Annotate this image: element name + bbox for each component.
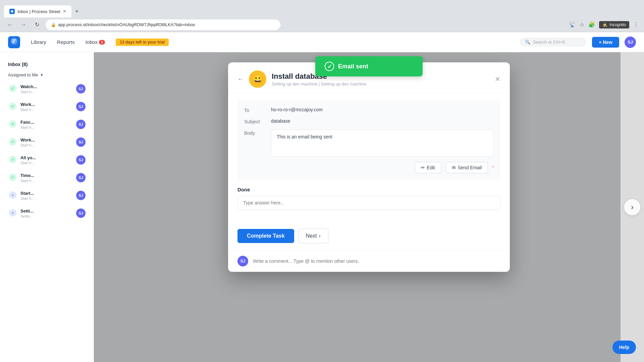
user-avatar[interactable]: SJ xyxy=(625,37,636,48)
nav-inbox: Inbox xyxy=(85,39,98,45)
new-tab-btn[interactable]: + xyxy=(72,7,82,16)
sidebar-item-0[interactable]: ✓ Watch... Start h... SJ xyxy=(0,80,94,98)
send-email-button[interactable]: ✉ Send Email xyxy=(445,162,488,173)
body-text: This is an email being sent xyxy=(277,134,332,139)
help-button[interactable]: Help xyxy=(612,341,636,354)
complete-task-button[interactable]: Complete Task xyxy=(237,229,294,243)
address-bar[interactable]: 🔒 app.process.st/inbox/checklist/vOAUbgR… xyxy=(46,19,280,30)
forward-nav-btn[interactable]: → xyxy=(19,20,28,29)
sidebar-item-content-3: Work... Start h... xyxy=(20,137,72,147)
cast-icon[interactable]: 📡 xyxy=(569,21,576,28)
modal-back-btn[interactable]: ← xyxy=(237,76,244,83)
sidebar-item-sub-1: Start h... xyxy=(20,108,72,112)
nav-library[interactable]: Library xyxy=(31,39,46,45)
reload-nav-btn[interactable]: ↻ xyxy=(32,20,42,29)
done-section: Done xyxy=(237,187,500,210)
sidebar-item-title-5: Time... xyxy=(20,173,72,178)
modal-subtitle: Setting up dev machine | Setting up dev … xyxy=(272,81,489,86)
nav-reports[interactable]: Reports xyxy=(57,39,75,45)
comment-section: SJ xyxy=(228,250,510,272)
tab-favicon xyxy=(9,9,15,14)
browser-chrome: Inbox | Process Street × + xyxy=(0,0,644,17)
sidebar: Inbox (8) Assigned to Me ▼ ✓ Watch... St… xyxy=(0,52,94,362)
sidebar-item-sub-4: Start h... xyxy=(20,161,72,165)
app-logo xyxy=(8,36,20,48)
sidebar-item-1[interactable]: ✓ Work... Start h... SJ xyxy=(0,98,94,116)
task-modal: ← 😀 Install database Setting up dev mach… xyxy=(228,62,510,272)
sidebar-item-content-4: All yo... Start h... xyxy=(20,155,72,165)
to-label: To xyxy=(244,107,266,113)
search-icon: 🔍 xyxy=(525,40,530,45)
sidebar-item-title-6: Start... xyxy=(20,191,72,196)
tab-close-btn[interactable]: × xyxy=(63,8,66,14)
done-label: Done xyxy=(237,187,500,192)
sidebar-item-6[interactable]: ≡ Start... Start h... SJ xyxy=(0,187,94,204)
send-icon: ✉ xyxy=(452,165,456,170)
sidebar-item-title-0: Watch... xyxy=(20,84,72,89)
next-button[interactable]: Next › xyxy=(298,229,328,243)
sidebar-item-content-7: Setti... Settin... xyxy=(20,208,72,218)
bookmark-icon[interactable]: ☆ xyxy=(580,21,584,28)
modal-footer: Complete Task Next › xyxy=(228,223,510,250)
comment-input[interactable] xyxy=(253,256,500,266)
done-input[interactable] xyxy=(237,196,500,210)
edit-button[interactable]: ✏ Edit xyxy=(415,162,441,173)
sidebar-avatar-6: SJ xyxy=(76,191,86,200)
extensions-icon[interactable]: 🧩 xyxy=(588,21,595,28)
next-icon: › xyxy=(319,233,321,239)
browser-tabs: Inbox | Process Street × + xyxy=(4,0,82,17)
main-layout: Inbox (8) Assigned to Me ▼ ✓ Watch... St… xyxy=(0,52,644,362)
list-icon-6: ≡ xyxy=(9,191,16,199)
new-button[interactable]: + New xyxy=(592,37,619,48)
sidebar-item-sub-2: Start h... xyxy=(20,125,72,129)
modal-close-btn[interactable]: ✕ xyxy=(495,75,500,83)
sidebar-item-content-0: Watch... Start h... xyxy=(20,84,72,94)
asterisk-indicator: * xyxy=(492,165,494,170)
sidebar-item-7[interactable]: ≡ Setti... Settin... SJ xyxy=(0,204,94,222)
sidebar-item-title-1: Work... xyxy=(20,102,72,107)
menu-icon[interactable]: ⋮ xyxy=(633,21,639,28)
incognito-badge: 🕵 Incognito xyxy=(599,21,629,28)
app-header: Library Reports Inbox 8 13 days left in … xyxy=(0,32,644,52)
to-value: ho-ro-ro-r@mccajoy.com xyxy=(271,107,494,112)
sidebar-item-5[interactable]: ✓ Time... Start h... SJ xyxy=(0,169,94,187)
check-icon-1: ✓ xyxy=(9,103,16,110)
sidebar-avatar-4: SJ xyxy=(76,155,86,165)
trial-banner: 13 days left in your trial xyxy=(116,39,169,46)
sidebar-item-sub-7: Settin... xyxy=(20,214,72,218)
incognito-icon: 🕵 xyxy=(602,22,607,27)
email-actions: ✏ Edit ✉ Send Email * xyxy=(244,162,494,173)
email-body-area: This is an email being sent xyxy=(271,130,494,157)
sidebar-avatar-1: SJ xyxy=(76,102,86,111)
check-icon-0: ✓ xyxy=(9,85,16,92)
sidebar-item-sub-5: Start h... xyxy=(20,179,72,183)
sidebar-item-3[interactable]: ✓ Work... Start h... SJ xyxy=(0,133,94,151)
sidebar-avatar-7: SJ xyxy=(76,208,86,218)
sidebar-avatar-0: SJ xyxy=(76,84,86,94)
assigned-filter[interactable]: Assigned to Me ▼ xyxy=(0,70,94,80)
inbox-section-label: Inbox (8) xyxy=(8,62,28,67)
sidebar-item-title-4: All yo... xyxy=(20,155,72,160)
trial-text: 13 days left in your trial xyxy=(120,40,165,45)
active-tab[interactable]: Inbox | Process Street × xyxy=(4,5,71,17)
body-label: Body xyxy=(244,130,266,136)
sidebar-avatar-5: SJ xyxy=(76,173,86,182)
sidebar-avatar-2: SJ xyxy=(76,120,86,129)
back-nav-btn[interactable]: ← xyxy=(5,20,15,29)
task-emoji: 😀 xyxy=(249,70,266,88)
check-icon-5: ✓ xyxy=(9,174,16,181)
sidebar-item-sub-6: Start h... xyxy=(20,196,72,200)
header-right: 🔍 Search or Ctrl+K + New SJ xyxy=(520,37,636,48)
search-bar[interactable]: 🔍 Search or Ctrl+K xyxy=(520,38,587,47)
nav-inbox-badge[interactable]: Inbox 8 xyxy=(85,39,105,45)
inbox-count-badge: 8 xyxy=(99,40,105,45)
sidebar-item-sub-3: Start h... xyxy=(20,143,72,147)
email-form: To ho-ro-ro-r@mccajoy.com Subject databa… xyxy=(237,100,500,180)
sidebar-item-title-3: Work... xyxy=(20,137,72,142)
check-icon-4: ✓ xyxy=(9,156,16,163)
logo-text xyxy=(10,38,18,47)
sidebar-item-2[interactable]: ✓ Fanc... Start h... SJ xyxy=(0,116,94,133)
send-email-label: Send Email xyxy=(458,165,482,170)
email-body-row: Body This is an email being sent xyxy=(244,130,494,157)
sidebar-item-4[interactable]: ✓ All yo... Start h... SJ xyxy=(0,151,94,169)
